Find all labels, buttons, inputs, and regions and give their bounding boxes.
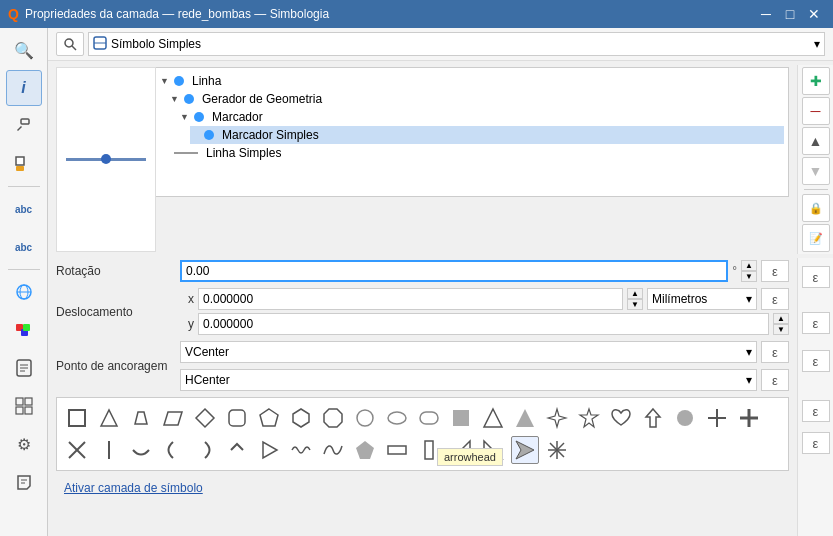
shape-octagon[interactable] bbox=[319, 404, 347, 432]
expr-rotacao[interactable]: ε bbox=[802, 266, 830, 288]
tree-item-linha-simples[interactable]: Linha Simples bbox=[160, 144, 784, 162]
shape-heart[interactable] bbox=[607, 404, 635, 432]
search-button[interactable] bbox=[56, 32, 84, 56]
shape-snowflake[interactable] bbox=[543, 436, 571, 464]
sidebar-divider-2 bbox=[8, 269, 40, 270]
shape-arrowhead[interactable] bbox=[511, 436, 539, 464]
shape-star4[interactable] bbox=[543, 404, 571, 432]
svg-marker-29 bbox=[260, 409, 278, 426]
shape-x-mark[interactable] bbox=[63, 436, 91, 464]
shape-triangle-right[interactable] bbox=[255, 436, 283, 464]
x-up[interactable]: ▲ bbox=[627, 288, 643, 299]
sidebar-item-labels[interactable]: abc bbox=[6, 191, 42, 227]
hcenter-expr-button[interactable]: ε bbox=[761, 369, 789, 391]
style-dropdown[interactable]: Símbolo Simples ▾ bbox=[88, 32, 825, 56]
svg-rect-35 bbox=[453, 410, 469, 426]
shape-wave1[interactable] bbox=[287, 436, 315, 464]
sidebar-item-labels2[interactable]: abc bbox=[6, 229, 42, 265]
shape-ellipse[interactable] bbox=[383, 404, 411, 432]
tree-item-marcador-simples[interactable]: Marcador Simples bbox=[190, 126, 784, 144]
expr-deslocamento-x[interactable]: ε bbox=[802, 312, 830, 334]
vcenter-dropdown[interactable]: VCenter ▾ bbox=[180, 341, 757, 363]
shape-right-triangle1[interactable] bbox=[447, 436, 475, 464]
x-input[interactable] bbox=[198, 288, 623, 310]
tree-item-linha[interactable]: ▼ Linha bbox=[160, 72, 784, 90]
shape-arrow-up[interactable] bbox=[639, 404, 667, 432]
sidebar-item-metadata[interactable] bbox=[6, 350, 42, 386]
add-symbol-button[interactable]: ✚ bbox=[802, 67, 830, 95]
move-up-button[interactable]: ▲ bbox=[802, 127, 830, 155]
shape-wave2[interactable] bbox=[319, 436, 347, 464]
shape-square[interactable] bbox=[63, 404, 91, 432]
y-input[interactable] bbox=[198, 313, 769, 335]
expr-deslocamento-y[interactable]: ε bbox=[802, 350, 830, 372]
activate-symbol-link[interactable]: Ativar camada de símbolo bbox=[56, 475, 789, 501]
style-dropdown-label: Símbolo Simples bbox=[111, 37, 201, 51]
shape-triangle-filled[interactable] bbox=[511, 404, 539, 432]
shape-hexagon[interactable] bbox=[287, 404, 315, 432]
expr-hcenter[interactable]: ε bbox=[802, 432, 830, 454]
svg-rect-28 bbox=[229, 410, 245, 426]
vcenter-expr-button[interactable]: ε bbox=[761, 341, 789, 363]
edit-button[interactable]: 📝 bbox=[802, 224, 830, 252]
rotacao-input[interactable] bbox=[180, 260, 728, 282]
sidebar-item-blend[interactable] bbox=[6, 312, 42, 348]
maximize-button[interactable]: □ bbox=[779, 3, 801, 25]
svg-marker-38 bbox=[548, 409, 566, 427]
close-button[interactable]: ✕ bbox=[803, 3, 825, 25]
shape-plus[interactable] bbox=[703, 404, 731, 432]
shape-triangle-left[interactable] bbox=[95, 404, 123, 432]
rotacao-down[interactable]: ▼ bbox=[741, 271, 757, 282]
top-bar: Símbolo Simples ▾ bbox=[48, 28, 833, 61]
shape-rounded-square[interactable] bbox=[223, 404, 251, 432]
shape-square-filled[interactable] bbox=[447, 404, 475, 432]
y-down[interactable]: ▼ bbox=[773, 324, 789, 335]
remove-symbol-button[interactable]: ─ bbox=[802, 97, 830, 125]
units-dropdown[interactable]: Milímetros ▾ bbox=[647, 288, 757, 310]
shape-right-triangle2[interactable] bbox=[479, 436, 507, 464]
shape-diamond[interactable] bbox=[191, 404, 219, 432]
move-down-button[interactable]: ▼ bbox=[802, 157, 830, 185]
hcenter-dropdown[interactable]: HCenter ▾ bbox=[180, 369, 757, 391]
shape-rect-thin[interactable] bbox=[383, 436, 411, 464]
form-section: Rotação ° ▲ ▼ ε Deslocamento bbox=[48, 258, 833, 536]
sidebar-item-notes[interactable] bbox=[6, 464, 42, 500]
shape-rounded-rect[interactable] bbox=[415, 404, 443, 432]
shape-pentagon2[interactable] bbox=[351, 436, 379, 464]
shape-star[interactable] bbox=[575, 404, 603, 432]
shape-triangle-outline[interactable] bbox=[479, 404, 507, 432]
tree-item-marcador[interactable]: ▼ Marcador bbox=[180, 108, 784, 126]
y-spinner: ▲ ▼ bbox=[773, 313, 789, 335]
expr-vcenter[interactable]: ε bbox=[802, 400, 830, 422]
lock-button[interactable]: 🔒 bbox=[802, 194, 830, 222]
sidebar-item-paint[interactable] bbox=[6, 146, 42, 182]
deslocamento-expr-button[interactable]: ε bbox=[761, 288, 789, 310]
tree-item-gerador[interactable]: ▼ Gerador de Geometria bbox=[170, 90, 784, 108]
rotacao-up[interactable]: ▲ bbox=[741, 260, 757, 271]
sidebar-item-settings[interactable]: ⚙ bbox=[6, 426, 42, 462]
sidebar-item-grid[interactable] bbox=[6, 388, 42, 424]
y-up[interactable]: ▲ bbox=[773, 313, 789, 324]
shape-parallelogram[interactable] bbox=[159, 404, 187, 432]
shape-circle-filled[interactable] bbox=[671, 404, 699, 432]
shape-arc-right[interactable] bbox=[191, 436, 219, 464]
rotacao-expr-button[interactable]: ε bbox=[761, 260, 789, 282]
sidebar-item-info[interactable]: i bbox=[6, 70, 42, 106]
sidebar-item-tools[interactable] bbox=[6, 108, 42, 144]
sidebar-item-search[interactable]: 🔍 bbox=[6, 32, 42, 68]
shape-arc-left[interactable] bbox=[159, 436, 187, 464]
shape-line[interactable] bbox=[95, 436, 123, 464]
shape-pentagon[interactable] bbox=[255, 404, 283, 432]
tree-label-marcador: Marcador bbox=[212, 110, 263, 124]
svg-rect-1 bbox=[16, 166, 24, 171]
shape-circle-outline[interactable] bbox=[351, 404, 379, 432]
shape-angle-right[interactable] bbox=[223, 436, 251, 464]
shape-arc-bottom[interactable] bbox=[127, 436, 155, 464]
x-down[interactable]: ▼ bbox=[627, 299, 643, 310]
sidebar-item-crs[interactable] bbox=[6, 274, 42, 310]
shape-rect-tall[interactable] bbox=[415, 436, 443, 464]
shape-trapezoid[interactable] bbox=[127, 404, 155, 432]
shape-cross[interactable] bbox=[735, 404, 763, 432]
units-label: Milímetros bbox=[652, 292, 707, 306]
minimize-button[interactable]: ─ bbox=[755, 3, 777, 25]
